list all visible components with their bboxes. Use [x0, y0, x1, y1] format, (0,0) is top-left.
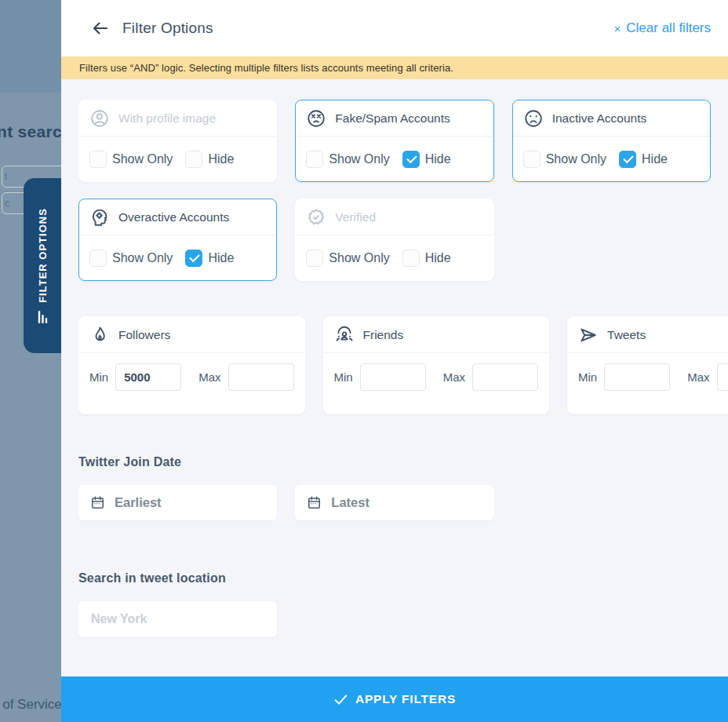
check-icon	[333, 692, 348, 707]
filter-card-header: Verified	[296, 199, 493, 235]
hide-label: Hide	[425, 251, 451, 265]
min-max-row: Min Max	[79, 363, 304, 391]
filter-options-panel: Filter Options × Clear all filters Filte…	[61, 0, 728, 722]
filter-card-options: Show Only Hide	[296, 137, 493, 181]
background-footer-fragment: s of Service	[0, 697, 61, 713]
filter-card-fake-spam: Fake/Spam Accounts Show Only Hide	[295, 100, 493, 182]
back-arrow-icon	[91, 19, 110, 38]
show-only-label: Show Only	[546, 152, 606, 166]
filter-card-title: With profile image	[118, 111, 216, 126]
tweets-max-input[interactable]	[717, 363, 728, 391]
show-only-checkbox[interactable]	[523, 151, 541, 168]
info-banner-text: Filters use “AND” logic. Selecting multi…	[79, 62, 453, 74]
filter-options-tab[interactable]: FILTER OPTIONS	[24, 178, 61, 353]
followers-min-input[interactable]	[115, 363, 181, 391]
show-only-checkbox[interactable]	[89, 250, 107, 267]
join-date-heading: Twitter Join Date	[78, 455, 711, 469]
filter-card-options: Show Only Hide	[513, 137, 710, 181]
min-label: Min	[334, 370, 353, 384]
hide-checkbox[interactable]	[619, 151, 636, 168]
filter-card-overactive: Overactive Accounts Show Only Hide	[78, 199, 277, 281]
profile-image-icon	[89, 108, 110, 129]
max-label: Max	[443, 370, 465, 384]
filter-card-header: With profile image	[79, 100, 276, 137]
hide-checkbox[interactable]	[402, 250, 420, 267]
tweets-send-icon	[578, 325, 599, 345]
hide-checkbox[interactable]	[185, 250, 202, 267]
range-filter-grid: Followers Min Max Fri	[78, 316, 711, 414]
range-card-title: Friends	[363, 328, 404, 342]
hide-label: Hide	[642, 152, 668, 166]
show-only-checkbox[interactable]	[89, 151, 107, 168]
panel-body: With profile image Show Only Hide Fake/S…	[61, 100, 728, 637]
tweets-min-input[interactable]	[604, 363, 670, 391]
friends-range-card: Friends Min Max	[323, 316, 550, 414]
friends-min-input[interactable]	[360, 363, 426, 391]
join-date-grid: Earliest Latest	[78, 485, 711, 520]
min-label: Min	[578, 370, 597, 384]
page-title: Filter Options	[122, 20, 213, 37]
filter-lines-icon	[36, 310, 49, 323]
calendar-icon	[90, 495, 105, 510]
range-card-header: Tweets	[568, 317, 728, 353]
clear-all-filters-label: Clear all filters	[626, 20, 711, 36]
hide-checkbox[interactable]	[185, 151, 202, 168]
range-card-header: Friends	[324, 317, 549, 353]
show-only-label: Show Only	[329, 152, 389, 166]
range-card-title: Followers	[118, 328, 170, 342]
dimmed-background: nt search t c FILTER OPTIONS s of Servic…	[0, 0, 61, 722]
show-only-label: Show Only	[112, 152, 173, 166]
latest-date-field[interactable]: Latest	[295, 485, 493, 520]
filter-card-title: Verified	[335, 210, 376, 224]
apply-filters-button[interactable]: APPLY FILTERS	[61, 676, 728, 722]
range-card-header: Followers	[79, 317, 304, 353]
latest-date-label: Latest	[331, 495, 369, 510]
filter-card-options: Show Only Hide	[79, 235, 276, 280]
clear-all-filters-button[interactable]: × Clear all filters	[614, 20, 711, 36]
earliest-date-label: Earliest	[115, 495, 162, 510]
show-only-checkbox[interactable]	[306, 151, 323, 168]
head-gear-icon	[89, 207, 110, 228]
tweets-range-card: Tweets Min Max	[567, 316, 728, 414]
apply-filters-label: APPLY FILTERS	[355, 692, 456, 706]
verified-badge-icon	[306, 207, 326, 228]
earliest-date-field[interactable]: Earliest	[78, 485, 277, 520]
followers-max-input[interactable]	[228, 363, 294, 391]
followers-range-card: Followers Min Max	[78, 316, 305, 414]
followers-flame-icon	[89, 325, 110, 345]
friends-group-icon	[334, 325, 355, 345]
min-max-row: Min Max	[324, 363, 549, 391]
tweet-location-input[interactable]	[78, 601, 277, 637]
filter-card-title: Inactive Accounts	[552, 111, 647, 126]
hide-label: Hide	[208, 251, 234, 265]
filter-card-title: Overactive Accounts	[118, 210, 229, 224]
tweet-location-heading: Search in tweet location	[78, 571, 711, 585]
back-button[interactable]	[89, 17, 111, 39]
close-x-icon: ×	[614, 22, 621, 35]
show-only-checkbox[interactable]	[306, 250, 323, 267]
filter-card-options: Show Only Hide	[296, 235, 493, 280]
filter-card-inactive: Inactive Accounts Show Only Hide	[512, 100, 711, 182]
hide-label: Hide	[425, 152, 451, 166]
filter-card-verified: Verified Show Only Hide	[295, 199, 493, 281]
hide-label: Hide	[208, 152, 234, 166]
calendar-icon	[307, 495, 322, 510]
background-heading-fragment: nt search	[0, 122, 61, 141]
filter-card-options: Show Only Hide	[79, 137, 276, 181]
max-label: Max	[687, 370, 709, 384]
fake-spam-face-icon	[306, 108, 326, 129]
max-label: Max	[198, 370, 220, 384]
panel-header: Filter Options × Clear all filters	[61, 0, 728, 57]
min-label: Min	[89, 370, 108, 384]
range-card-title: Tweets	[607, 328, 646, 342]
filter-card-header: Fake/Spam Accounts	[296, 100, 493, 137]
filter-card-header: Inactive Accounts	[513, 100, 710, 137]
filter-card-header: Overactive Accounts	[79, 199, 276, 235]
friends-max-input[interactable]	[472, 363, 538, 391]
info-banner: Filters use “AND” logic. Selecting multi…	[61, 57, 728, 79]
min-max-row: Min Max	[568, 363, 728, 391]
filter-card-title: Fake/Spam Accounts	[335, 111, 450, 126]
hide-checkbox[interactable]	[402, 151, 420, 168]
filter-options-tab-label: FILTER OPTIONS	[37, 208, 49, 303]
toggle-filter-grid: With profile image Show Only Hide Fake/S…	[78, 100, 711, 281]
